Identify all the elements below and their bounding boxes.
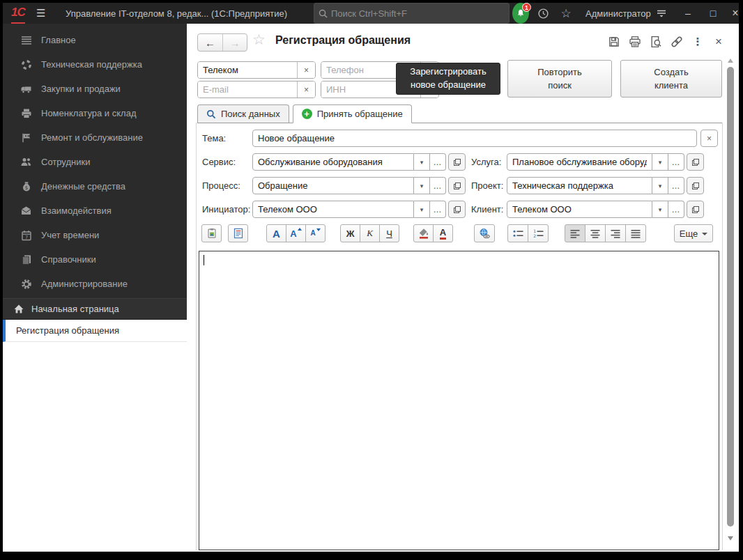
scrollbar[interactable] [726,56,735,547]
choose-button[interactable]: … [430,201,446,218]
sidebar-item-employees[interactable]: Сотрудники [3,150,187,174]
main-menu-button[interactable]: ☰ [36,3,45,24]
caret-down-icon: ▾ [659,206,662,213]
service-input[interactable] [252,153,414,171]
clear-icon[interactable]: × [297,81,315,98]
sidebar-item-administration[interactable]: Администрирование [3,272,187,296]
scroll-down-button[interactable] [728,536,733,540]
minimize-button[interactable]: – [679,3,697,24]
open-button[interactable] [448,177,466,194]
sidebar-item-purchases[interactable]: Закупки и продажи [3,77,187,101]
dropdown-button[interactable]: ▾ [414,201,430,218]
open-button[interactable] [448,153,466,171]
sidebar-home-page[interactable]: Начальная страница [3,298,187,320]
save-button[interactable] [606,34,622,49]
register-request-button[interactable]: Зарегистрировать новое обращение [396,63,500,95]
choose-button[interactable]: … [430,177,446,194]
choose-button[interactable]: … [668,177,684,194]
back-button[interactable]: ← [198,34,222,51]
client-input[interactable] [507,201,652,218]
choose-button[interactable]: … [668,153,684,171]
font-increase-button[interactable]: А [286,224,306,242]
sidebar-item-time-tracking[interactable]: 7 Учет времени [3,223,187,247]
get-link-button[interactable] [669,34,684,49]
rich-text-area[interactable] [199,251,719,550]
clear-icon[interactable]: × [297,62,315,78]
sidebar-item-money[interactable]: $ Денежные средства [3,174,187,199]
open-button[interactable] [448,201,466,218]
numbered-list-button[interactable]: 12 [528,224,549,242]
create-client-button[interactable]: Создать клиента [620,60,722,98]
close-page-button[interactable]: × [711,34,726,49]
initiator-input[interactable] [252,201,414,218]
open-button[interactable] [687,153,704,171]
align-right-button[interactable] [605,224,626,242]
paste-button[interactable] [201,224,222,242]
italic-button[interactable]: К [360,224,380,242]
calendar-icon: 7 [20,229,32,241]
theme-clear-button[interactable]: × [700,130,718,147]
theme-input[interactable] [252,130,697,147]
lifebuoy-icon [20,59,32,70]
client-search-input[interactable] [198,62,297,78]
insert-link-button[interactable] [474,224,495,242]
sidebar-item-directories[interactable]: Справочники [3,247,187,272]
highlight-color-button[interactable] [413,224,434,242]
bullet-list-button[interactable] [507,224,528,242]
dropdown-button[interactable]: ▾ [652,177,668,194]
dropdown-button[interactable]: ▾ [652,201,668,218]
history-button[interactable] [535,3,551,24]
plus-icon: + [302,109,312,119]
format-button[interactable] [228,224,248,242]
service-menu-button[interactable] [654,3,669,24]
scroll-thumb[interactable] [727,67,734,527]
choose-button[interactable]: … [668,201,684,218]
align-center-button[interactable] [585,224,606,242]
more-button[interactable]: Еще [674,224,713,242]
sidebar-item-tech-support[interactable]: Техническая поддержка [3,52,187,77]
sidebar-item-interactions[interactable]: Взаимодействия [3,199,187,223]
close-window-button[interactable]: × [726,3,743,24]
sidebar-item-repair[interactable]: Ремонт и обслуживание [3,125,187,150]
dropdown-button[interactable]: ▾ [414,177,430,194]
bold-button[interactable]: Ж [340,224,360,242]
font-color-button[interactable]: А [433,224,453,242]
process-input[interactable] [252,177,414,194]
font-decrease-button[interactable]: А [305,224,325,242]
maximize-button[interactable]: □ [704,3,722,24]
open-button[interactable] [687,201,704,218]
underline-button[interactable]: Ч [379,224,399,242]
project-input[interactable] [507,177,652,194]
tab-accept-request[interactable]: + Принять обращение [293,104,412,123]
font-button[interactable]: А [266,224,286,242]
align-justify-button[interactable] [625,224,646,242]
theme-field [252,130,697,147]
tab-bar: Поиск данных + Принять обращение [197,104,722,123]
preview-button[interactable] [648,34,664,49]
global-search-input[interactable] [331,8,505,19]
favorites-button[interactable]: ☆ [558,3,574,24]
usluga-input[interactable] [507,153,652,171]
user-name[interactable]: Администратор [585,3,651,24]
choose-button[interactable]: … [430,153,446,171]
dropdown-button[interactable]: ▾ [652,153,668,171]
scroll-up-button[interactable] [728,59,733,63]
theme-label: Тема: [202,133,226,143]
process-field: ▾ … [252,177,466,194]
add-favorite-button[interactable]: ☆ [252,31,266,48]
sidebar-item-main[interactable]: Главное [3,28,187,52]
printer-icon [629,36,641,48]
email-input[interactable] [198,81,297,98]
dropdown-button[interactable]: ▾ [414,153,430,171]
global-search[interactable] [314,3,510,24]
sidebar-open-window[interactable]: Регистрация обращения [3,320,187,342]
repeat-search-button[interactable]: Повторить поиск [507,60,612,98]
forward-button[interactable]: → [222,34,247,51]
open-button[interactable] [687,177,704,194]
sidebar-item-nomenclature[interactable]: Номенклатура и склад [3,101,187,125]
tab-data-search[interactable]: Поиск данных [197,104,289,123]
align-left-button[interactable] [565,224,585,242]
print-button[interactable] [627,34,643,49]
svg-text:2: 2 [533,233,536,238]
more-actions-button[interactable]: ⋮ [690,34,705,49]
